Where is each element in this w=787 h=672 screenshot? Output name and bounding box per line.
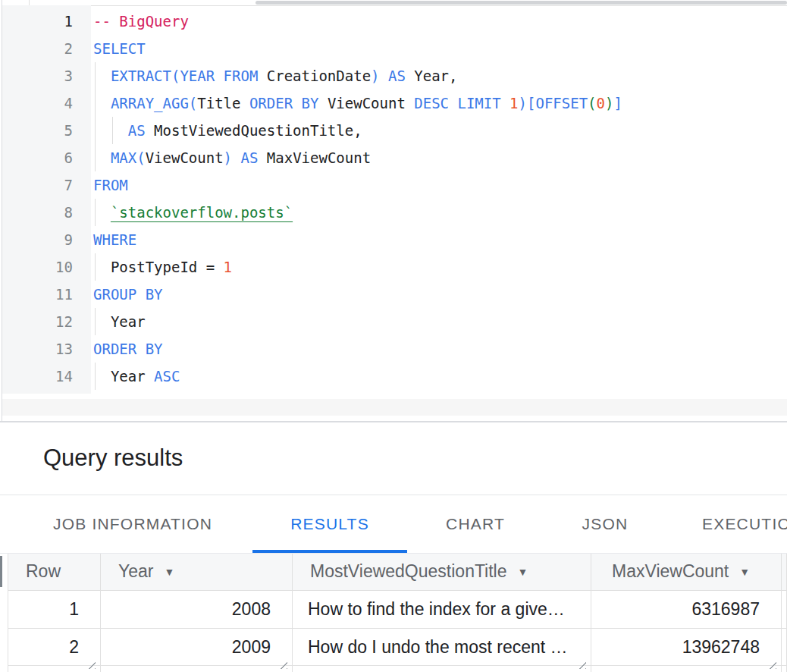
results-tab-bar: JOB INFORMATIONRESULTSCHARTJSONEXECUTION… — [0, 495, 787, 554]
line-number: 10 — [2, 253, 91, 281]
sort-descending-icon[interactable]: ▼ — [739, 554, 750, 589]
code-token: CreationDate — [267, 68, 371, 84]
table-cell: 6316987 — [591, 590, 781, 628]
code-line[interactable]: ARRAY_AGG(Title ORDER BY ViewCount DESC … — [91, 89, 787, 117]
line-number: 5 — [2, 117, 91, 144]
code-token: ViewCount — [146, 149, 224, 166]
code-token: Year — [93, 368, 154, 385]
code-token: ( — [588, 95, 596, 111]
horizontal-scrollbar-track[interactable] — [2, 399, 787, 416]
column-header-year[interactable]: Year▼ — [100, 554, 292, 590]
code-line[interactable]: Year — [91, 308, 787, 335]
indent-guide — [95, 117, 96, 144]
query-results-title: Query results — [43, 444, 183, 472]
horizontal-scrollbar-thumb[interactable] — [256, 1, 787, 5]
code-area[interactable]: -- BigQuerySELECT EXTRACT(YEAR FROM Crea… — [91, 8, 787, 390]
code-token: FROM — [93, 177, 128, 193]
results-table: RowYear▼MostViewedQuestionTitle▼MaxViewC… — [0, 554, 787, 672]
vertical-scrollbar-fragment[interactable] — [0, 556, 2, 587]
tab-json[interactable]: JSON — [571, 495, 639, 553]
sort-descending-icon[interactable]: ▼ — [164, 554, 174, 589]
column-header-label: Row — [26, 561, 61, 581]
editor-top-border — [29, 5, 787, 6]
indent-guide — [95, 308, 96, 335]
line-number: 12 — [2, 308, 91, 335]
code-token — [93, 204, 111, 221]
code-token: 1 — [510, 95, 518, 111]
code-token: SELECT — [93, 40, 146, 57]
line-number: 14 — [2, 363, 91, 390]
code-line[interactable]: EXTRACT(YEAR FROM CreationDate) AS Year, — [91, 62, 787, 89]
code-token: 0 — [597, 95, 605, 111]
code-token: Title — [197, 95, 249, 111]
line-number: 3 — [2, 62, 91, 89]
code-token: MaxViewCount — [267, 149, 371, 166]
line-number: 2 — [2, 35, 91, 62]
indent-guide — [95, 199, 96, 226]
table-reference-link[interactable]: `stackoverflow.posts` — [111, 204, 293, 221]
line-number: 13 — [2, 335, 91, 363]
indent-guide — [95, 89, 96, 117]
code-line[interactable]: ORDER BY — [91, 335, 787, 363]
code-token: )[OFFSET — [519, 95, 588, 111]
code-line[interactable]: GROUP BY — [91, 281, 787, 308]
tab-results[interactable]: RESULTS — [252, 495, 407, 553]
code-token: ) AS — [224, 149, 267, 166]
column-header-label: MaxViewCount — [612, 561, 729, 581]
code-line[interactable]: Year ASC — [91, 363, 787, 390]
active-tab-indicator — [252, 550, 407, 553]
code-token — [93, 68, 111, 84]
table-cell: 2008 — [100, 590, 292, 628]
code-line[interactable]: MAX(ViewCount) AS MaxViewCount — [91, 144, 787, 171]
code-line[interactable]: AS MostViewedQuestionTitle, — [91, 117, 787, 144]
code-token: EXTRACT(YEAR FROM — [111, 68, 267, 84]
tab-execution-details[interactable]: EXECUTION DETAILS — [702, 495, 787, 553]
tab-label: RESULTS — [290, 515, 369, 532]
indent-guide — [95, 62, 96, 89]
code-token: PostTypeId = — [111, 259, 224, 275]
code-line[interactable]: WHERE — [91, 226, 787, 253]
code-token: ] — [613, 95, 622, 111]
sort-descending-icon[interactable]: ▼ — [518, 554, 528, 589]
indent-guide — [95, 363, 96, 390]
code-token: ORDER BY — [93, 341, 163, 357]
tab-chart[interactable]: CHART — [434, 495, 517, 553]
code-line[interactable]: -- BigQuery — [91, 8, 787, 35]
tab-label: CHART — [446, 515, 505, 532]
panel-divider[interactable] — [0, 421, 787, 422]
tab-label: JSON — [582, 515, 629, 532]
indent-guide — [95, 253, 96, 281]
tab-label: JOB INFORMATION — [53, 515, 212, 532]
code-token: MostViewedQuestionTitle, — [154, 122, 362, 139]
line-number: 4 — [2, 89, 91, 117]
column-header-label: MostViewedQuestionTitle — [310, 561, 507, 581]
column-border — [781, 554, 782, 672]
line-number: 9 — [2, 226, 91, 253]
indent-guide — [95, 144, 96, 171]
code-token: GROUP BY — [93, 286, 163, 303]
sql-editor-panel: 1234567891011121314 -- BigQuerySELECT EX… — [0, 0, 787, 422]
code-token: ASC — [154, 368, 180, 385]
table-cell: 13962748 — [591, 628, 781, 666]
bigquery-console: 1234567891011121314 -- BigQuerySELECT EX… — [0, 0, 787, 672]
code-line[interactable]: FROM — [91, 171, 787, 199]
table-cell: 2009 — [100, 628, 292, 666]
column-header-mostviewedquestiontitle[interactable]: MostViewedQuestionTitle▼ — [292, 554, 591, 590]
code-line[interactable]: SELECT — [91, 35, 787, 62]
code-token — [93, 122, 128, 139]
tab-job-information[interactable]: JOB INFORMATION — [23, 495, 243, 553]
column-header-maxviewcount[interactable]: MaxViewCount▼ — [591, 554, 781, 590]
column-header-row[interactable]: Row — [8, 554, 100, 590]
code-line[interactable]: `stackoverflow.posts` — [91, 199, 787, 226]
code-token — [93, 95, 111, 111]
code-token — [93, 259, 111, 275]
line-number: 1 — [2, 8, 91, 35]
code-token: -- BigQuery — [93, 13, 189, 30]
indent-guide — [112, 117, 113, 144]
table-cell: 1 — [8, 590, 100, 628]
editor-top-corner — [29, 0, 30, 5]
code-token: ) — [605, 95, 613, 111]
line-number: 8 — [2, 199, 91, 226]
code-token: ARRAY_AGG( — [111, 95, 197, 111]
code-line[interactable]: PostTypeId = 1 — [91, 253, 787, 281]
